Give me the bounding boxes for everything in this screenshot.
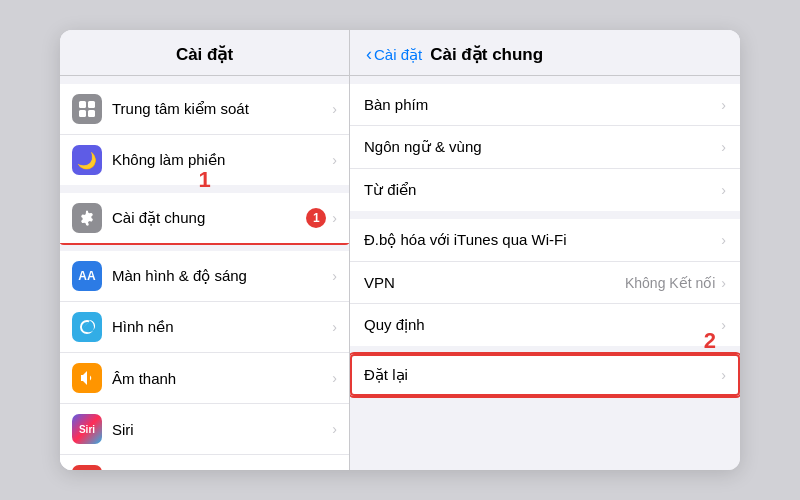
back-label: Cài đặt bbox=[374, 46, 422, 64]
man-hinh-icon: AA bbox=[72, 261, 102, 291]
man-hinh-label: Màn hình & độ sáng bbox=[112, 267, 332, 285]
right-panel-title: Cài đặt chung bbox=[430, 44, 543, 65]
settings-list: Trung tâm kiểm soát › 🌙 Không làm phiền … bbox=[60, 76, 349, 470]
hinh-nen-chevron: › bbox=[332, 319, 337, 335]
svg-rect-0 bbox=[79, 101, 86, 108]
settings-item-hinh-nen[interactable]: Hình nền › bbox=[60, 302, 349, 353]
dat-lai-chevron: › bbox=[721, 367, 726, 383]
hinh-nen-label: Hình nền bbox=[112, 318, 332, 336]
cai-dat-chung-label: Cài đặt chung bbox=[112, 209, 306, 227]
dong-bo-chevron: › bbox=[721, 232, 726, 248]
vpn-label: VPN bbox=[364, 274, 625, 291]
ngon-ngu-chevron: › bbox=[721, 139, 726, 155]
quy-dinh-label: Quy định bbox=[364, 316, 721, 334]
cai-dat-chung-chevron: › bbox=[332, 210, 337, 226]
back-chevron-icon: ‹ bbox=[366, 44, 372, 65]
khong-lam-phien-label: Không làm phiền bbox=[112, 151, 332, 169]
dat-lai-label: Đặt lại bbox=[364, 366, 721, 384]
siri-icon: Siri bbox=[72, 414, 102, 444]
right-panel: ‹ Cài đặt Cài đặt chung Bàn phím › Ngôn … bbox=[350, 30, 740, 470]
settings-group-3: AA Màn hình & độ sáng › Hình nền › bbox=[60, 251, 349, 470]
man-hinh-chevron: › bbox=[332, 268, 337, 284]
right-item-dat-lai[interactable]: Đặt lại › bbox=[350, 354, 740, 396]
quy-dinh-chevron: › bbox=[721, 317, 726, 333]
trung-tam-label: Trung tâm kiểm soát bbox=[112, 100, 332, 118]
vpn-chevron: › bbox=[721, 275, 726, 291]
right-item-tu-dien[interactable]: Từ điển › bbox=[350, 169, 740, 211]
khong-lam-phien-icon: 🌙 bbox=[72, 145, 102, 175]
settings-item-am-thanh[interactable]: Âm thanh › bbox=[60, 353, 349, 404]
ban-phim-label: Bàn phím bbox=[364, 96, 721, 113]
tu-dien-chevron: › bbox=[721, 182, 726, 198]
trung-tam-icon bbox=[72, 94, 102, 124]
khong-lam-phien-chevron: › bbox=[332, 152, 337, 168]
ngon-ngu-label: Ngôn ngữ & vùng bbox=[364, 138, 721, 156]
right-group-1: Bàn phím › Ngôn ngữ & vùng › Từ điển › bbox=[350, 84, 740, 211]
am-thanh-chevron: › bbox=[332, 370, 337, 386]
am-thanh-icon bbox=[72, 363, 102, 393]
step1-label: 1 bbox=[198, 167, 210, 193]
svg-rect-3 bbox=[88, 110, 95, 117]
right-list: Bàn phím › Ngôn ngữ & vùng › Từ điển › Đ… bbox=[350, 76, 740, 470]
phone-frame: Cài đặt Trung tâm kiểm soát › 🌙 Không là… bbox=[60, 30, 740, 470]
svg-rect-2 bbox=[79, 110, 86, 117]
siri-chevron: › bbox=[332, 421, 337, 437]
right-item-vpn[interactable]: VPN Không Kết nối › bbox=[350, 262, 740, 304]
left-panel: Cài đặt Trung tâm kiểm soát › 🌙 Không là… bbox=[60, 30, 350, 470]
settings-item-trung-tam[interactable]: Trung tâm kiểm soát › bbox=[60, 84, 349, 135]
left-panel-header: Cài đặt bbox=[60, 30, 349, 76]
step2-label: 2 bbox=[704, 328, 716, 354]
svg-rect-1 bbox=[88, 101, 95, 108]
settings-item-man-hinh[interactable]: AA Màn hình & độ sáng › bbox=[60, 251, 349, 302]
right-header: ‹ Cài đặt Cài đặt chung bbox=[350, 30, 740, 76]
right-group-3: Đặt lại › bbox=[350, 354, 740, 396]
tu-dien-label: Từ điển bbox=[364, 181, 721, 199]
back-button[interactable]: ‹ Cài đặt bbox=[366, 44, 422, 65]
cai-dat-chung-badge: 1 bbox=[306, 208, 326, 228]
right-item-dong-bo[interactable]: Đ.bộ hóa với iTunes qua Wi-Fi › bbox=[350, 219, 740, 262]
touch-id-icon bbox=[72, 465, 102, 470]
siri-label: Siri bbox=[112, 421, 332, 438]
settings-item-siri[interactable]: Siri Siri › bbox=[60, 404, 349, 455]
settings-item-cai-dat-chung[interactable]: Cài đặt chung 1 › bbox=[60, 193, 349, 243]
cai-dat-chung-icon bbox=[72, 203, 102, 233]
hinh-nen-icon bbox=[72, 312, 102, 342]
am-thanh-label: Âm thanh bbox=[112, 370, 332, 387]
trung-tam-chevron: › bbox=[332, 101, 337, 117]
settings-item-touch-id[interactable]: Touch ID & Mật mã › bbox=[60, 455, 349, 470]
right-group-2: Đ.bộ hóa với iTunes qua Wi-Fi › VPN Khôn… bbox=[350, 219, 740, 346]
ban-phim-chevron: › bbox=[721, 97, 726, 113]
right-item-ngon-ngu[interactable]: Ngôn ngữ & vùng › bbox=[350, 126, 740, 169]
dong-bo-label: Đ.bộ hóa với iTunes qua Wi-Fi bbox=[364, 231, 721, 249]
right-item-ban-phim[interactable]: Bàn phím › bbox=[350, 84, 740, 126]
vpn-value: Không Kết nối bbox=[625, 275, 715, 291]
settings-group-2: Cài đặt chung 1 › bbox=[60, 193, 349, 243]
right-item-quy-dinh[interactable]: Quy định › bbox=[350, 304, 740, 346]
